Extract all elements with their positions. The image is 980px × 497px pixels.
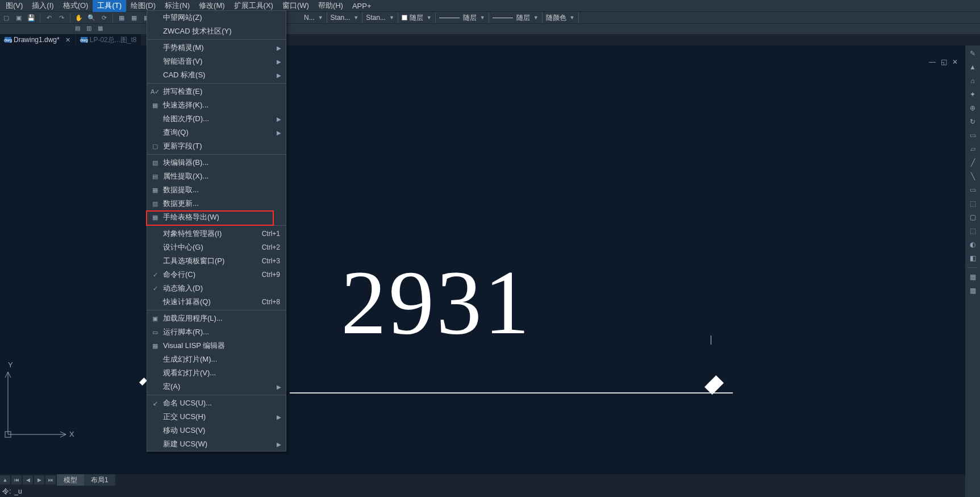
tool-icon[interactable]: ▦ <box>967 285 978 296</box>
property-dropdown[interactable]: 随层▼ <box>489 12 543 23</box>
menu-item[interactable]: 正交 UCS(H)▶ <box>147 410 286 424</box>
menu-item[interactable]: ▧块编辑器(B)... <box>147 156 286 169</box>
menu-item[interactable]: 新建 UCS(W)▶ <box>147 437 286 451</box>
tool-icon[interactable]: ⊕ <box>967 102 978 114</box>
menu-item[interactable]: ✓命令行(C)Ctrl+9 <box>147 268 286 281</box>
menu-item[interactable]: 快速计算器(Q)Ctrl+8 <box>147 295 286 309</box>
menu-item[interactable]: 移动 UCS(V) <box>147 424 286 437</box>
tool-icon[interactable]: ⬚ <box>967 225 978 237</box>
menu-item[interactable]: ▦Visual LISP 编辑器 <box>147 339 286 353</box>
document-tab[interactable]: dwgDrawing1.dwg*✕ <box>0 34 75 45</box>
new-icon[interactable]: ▢ <box>1 13 11 22</box>
menu-item[interactable]: 查询(Q)▶ <box>147 126 286 139</box>
menu-item[interactable]: 帮助(H) <box>314 0 348 12</box>
menu-item[interactable]: 设计中心(G)Ctrl+2 <box>147 241 286 254</box>
menu-item[interactable]: 手势精灵(M)▶ <box>147 41 286 55</box>
menu-item[interactable]: ▭运行脚本(R)... <box>147 325 286 339</box>
menu-item[interactable]: 宏(A)▶ <box>147 380 286 394</box>
menu-separator <box>147 39 286 40</box>
tool-icon[interactable]: ▦ <box>967 271 978 283</box>
pan-icon[interactable]: ✋ <box>74 13 84 22</box>
property-dropdown[interactable]: 随颜色▼ <box>543 12 579 23</box>
mini-icon[interactable]: ▤ <box>75 25 84 33</box>
menu-item[interactable]: ↙命名 UCS(U)... <box>147 396 286 410</box>
menu-item[interactable]: 生成幻灯片(M)... <box>147 353 286 366</box>
menu-item[interactable]: ▥数据更新... <box>147 197 286 210</box>
menu-item-label: 快速计算器(Q) <box>163 297 211 307</box>
tool-icon[interactable]: ◐ <box>967 239 978 250</box>
tool-icon[interactable]: ◧ <box>967 252 978 264</box>
submenu-arrow-icon: ▶ <box>277 414 281 420</box>
tab-first-icon[interactable]: ⏮ <box>11 475 22 484</box>
tool-icon[interactable]: ▭ <box>967 130 978 141</box>
tool-icon[interactable]: ╲ <box>967 171 978 182</box>
property-dropdown[interactable]: Stan...▼ <box>327 12 363 23</box>
menu-item[interactable]: CAD 标准(S)▶ <box>147 68 286 82</box>
tool-icon[interactable]: ✦ <box>967 89 978 100</box>
redo-icon[interactable]: ↷ <box>56 13 66 22</box>
menu-item-icon: ▦ <box>151 214 160 221</box>
tool-icon[interactable]: ▢ <box>967 212 978 223</box>
mini-icon[interactable]: ▦ <box>98 25 107 33</box>
document-tab[interactable]: dwgLP-02总...图_t8 <box>76 34 141 45</box>
property-dropdown[interactable]: Stan...▼ <box>362 12 398 23</box>
tool-icon[interactable]: ⌂ <box>967 75 978 86</box>
menu-item[interactable]: 工具(T) <box>93 0 126 12</box>
menu-item[interactable]: 工具选项板窗口(P)Ctrl+3 <box>147 254 286 268</box>
tool-icon[interactable]: ↻ <box>967 116 978 127</box>
menu-item[interactable]: ▤属性提取(X)... <box>147 169 286 183</box>
menu-item[interactable]: ▦手绘表格导出(W) <box>147 210 286 224</box>
tool-icon[interactable]: ▭ <box>967 184 978 196</box>
menu-item[interactable]: APP+ <box>348 1 376 11</box>
menu-item[interactable]: ▦快速选择(K)... <box>147 98 286 112</box>
mini-icon[interactable]: ▥ <box>86 25 95 33</box>
layout-tab[interactable]: 布局1 <box>84 474 115 486</box>
open-icon[interactable]: ▣ <box>14 13 24 22</box>
model-tab[interactable]: 模型 <box>57 474 84 486</box>
tab-scroll-left-icon[interactable]: ▲ <box>0 475 10 484</box>
menu-item[interactable]: ▦数据提取... <box>147 183 286 197</box>
zoom-icon[interactable]: 🔍 <box>86 13 97 22</box>
menu-shortcut-label: Ctrl+3 <box>262 257 280 265</box>
layer-icon[interactable]: ▦ <box>116 13 127 22</box>
close-icon[interactable]: ✕ <box>950 58 960 66</box>
menu-item[interactable]: 智能语音(V)▶ <box>147 55 286 68</box>
menu-shortcut-label: Ctrl+9 <box>262 271 280 279</box>
menu-item[interactable]: 观看幻灯片(V)... <box>147 366 286 380</box>
undo-icon[interactable]: ↶ <box>44 13 54 22</box>
menu-item[interactable]: 图(V) <box>1 0 27 12</box>
drawing-text-object[interactable]: 2931 <box>341 250 532 355</box>
drawing-canvas[interactable]: 2931 Y X <box>0 45 965 474</box>
tab-prev-icon[interactable]: ◀ <box>23 475 33 484</box>
tool-icon[interactable]: ⬚ <box>967 198 978 209</box>
menu-item[interactable]: ▣加载应用程序(L)... <box>147 312 286 325</box>
close-tab-icon[interactable]: ✕ <box>65 36 70 44</box>
property-dropdown[interactable]: 随层▼ <box>436 12 489 23</box>
drawing-line-object[interactable] <box>290 392 733 394</box>
menu-item[interactable]: A✓拼写检查(E) <box>147 85 286 98</box>
command-line[interactable]: 令: _u <box>0 486 965 497</box>
restore-icon[interactable]: ◱ <box>939 58 948 66</box>
layer-icon[interactable]: ▦ <box>129 13 139 22</box>
command-prompt-label: 令: <box>2 487 11 496</box>
menu-item[interactable]: ZWCAD 技术社区(Y) <box>147 24 286 38</box>
menu-item[interactable]: ✓动态输入(D) <box>147 281 286 295</box>
property-dropdown[interactable]: N...▼ <box>301 12 327 23</box>
tool-icon[interactable]: ▱ <box>967 143 978 155</box>
tab-next-icon[interactable]: ▶ <box>34 475 44 484</box>
property-dropdown[interactable]: 随层▼ <box>398 12 436 23</box>
minimize-icon[interactable]: — <box>928 58 937 66</box>
command-input-value[interactable]: _u <box>14 487 22 495</box>
tool-icon[interactable]: ▲ <box>967 61 978 73</box>
tool-icon[interactable]: ✎ <box>967 48 978 59</box>
save-icon[interactable]: 💾 <box>26 13 36 22</box>
menu-item[interactable]: 对象特性管理器(I)Ctrl+1 <box>147 227 286 241</box>
tool-icon[interactable]: ╱ <box>967 157 978 168</box>
menu-item[interactable]: 中望网站(Z) <box>147 11 286 24</box>
menu-item[interactable]: 格式(O) <box>59 0 93 12</box>
menu-item[interactable]: ▢更新字段(T) <box>147 139 286 153</box>
menu-item[interactable]: 插入(I) <box>27 0 58 12</box>
menu-item[interactable]: 绘图次序(D)...▶ <box>147 112 286 126</box>
refresh-icon[interactable]: ⟳ <box>99 13 109 22</box>
tab-last-icon[interactable]: ⏭ <box>45 475 56 484</box>
